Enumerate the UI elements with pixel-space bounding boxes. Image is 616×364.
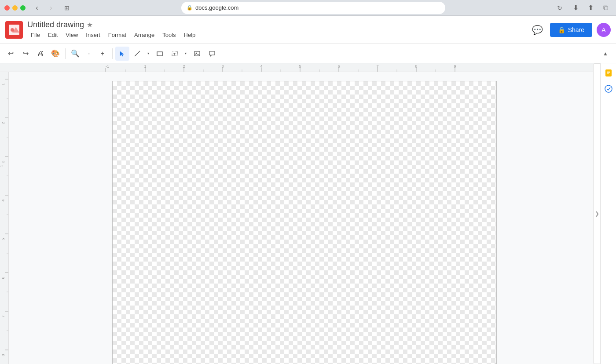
tasks-button[interactable] <box>602 83 615 95</box>
browser-nav: ‹ › <box>31 2 57 14</box>
text-tool[interactable]: T <box>168 47 182 61</box>
svg-text:8: 8 <box>415 64 417 69</box>
menu-help[interactable]: Help <box>180 30 199 40</box>
header-right: 💬 🔒 Share A <box>530 22 611 38</box>
line-tool[interactable] <box>130 47 144 61</box>
svg-text:6: 6 <box>1 277 5 279</box>
address-bar[interactable]: 🔒 docs.google.com <box>181 2 445 14</box>
close-window-button[interactable] <box>4 5 10 11</box>
toolbar: ↩ ↪ 🖨 🎨 🔍 - + ▾ T ▾ <box>0 44 616 63</box>
menu-edit[interactable]: Edit <box>44 30 61 40</box>
svg-rect-6 <box>157 52 162 56</box>
resize-icon <box>491 361 496 364</box>
menu-format[interactable]: Format <box>105 30 130 40</box>
comment-icon <box>209 50 216 57</box>
svg-text:2: 2 <box>183 64 185 69</box>
text-box-icon: T <box>171 50 178 57</box>
share-browser-icon[interactable]: ⬆ <box>584 2 597 14</box>
svg-text:2: 2 <box>1 122 5 124</box>
collapse-toolbar-button[interactable]: ▲ <box>598 47 612 61</box>
menu-arrange[interactable]: Arrange <box>131 30 158 40</box>
horizontal-ruler: -1 1 2 3 4 5 6 7 8 <box>0 63 600 72</box>
ruler-v-svg: 1 2 3 4 5 6 7 8 <box>0 72 9 364</box>
lock-icon: 🔒 <box>187 5 193 11</box>
svg-text:6: 6 <box>337 64 340 69</box>
resize-handle[interactable] <box>491 361 496 364</box>
canvas-container[interactable] <box>9 72 600 364</box>
image-icon <box>194 50 201 57</box>
svg-rect-69 <box>607 72 610 73</box>
svg-rect-70 <box>607 73 609 74</box>
app-title-area: Untitled drawing ★ File Edit View Insert… <box>27 20 530 40</box>
comment-tool[interactable] <box>205 47 219 61</box>
menu-file[interactable]: File <box>27 30 44 40</box>
shape-tool[interactable] <box>153 47 167 61</box>
menu-bar: File Edit View Insert Format Arrange Too… <box>27 30 530 40</box>
undo-button[interactable]: ↩ <box>4 47 18 61</box>
redo-button[interactable]: ↪ <box>18 47 33 61</box>
window-layout-button[interactable]: ⊞ <box>61 2 73 14</box>
separator-2 <box>112 48 113 59</box>
svg-text:3: 3 <box>221 64 224 69</box>
v-ruler-label: 1 <box>0 165 4 167</box>
app-header: Untitled drawing ★ File Edit View Insert… <box>0 16 616 44</box>
select-tool[interactable] <box>115 47 129 61</box>
zoom-level: - <box>82 51 95 57</box>
ruler-container: -1 1 2 3 4 5 6 7 8 <box>0 63 600 364</box>
svg-text:4: 4 <box>1 199 5 201</box>
vertical-ruler: 1 2 3 4 5 6 7 8 <box>0 72 9 364</box>
shape-icon <box>156 50 163 57</box>
reload-button[interactable]: ↻ <box>554 2 566 14</box>
main-area: -1 1 2 3 4 5 6 7 8 <box>0 63 616 364</box>
line-icon <box>134 50 141 57</box>
svg-text:7: 7 <box>376 64 378 69</box>
maximize-window-button[interactable] <box>20 5 26 11</box>
share-label: Share <box>568 26 584 33</box>
comments-button[interactable]: 💬 <box>530 22 546 38</box>
star-button[interactable]: ★ <box>87 21 93 29</box>
svg-text:7: 7 <box>1 315 5 317</box>
svg-text:8: 8 <box>1 354 5 356</box>
ruler-h-svg: -1 1 2 3 4 5 6 7 8 <box>0 63 600 72</box>
svg-text:9: 9 <box>454 64 456 69</box>
right-panel-expand-button[interactable]: ❯ <box>593 63 600 364</box>
menu-tools[interactable]: Tools <box>159 30 179 40</box>
svg-rect-68 <box>607 71 610 72</box>
zoom-group: 🔍 - + <box>68 47 110 61</box>
back-button[interactable]: ‹ <box>31 2 43 14</box>
forward-button[interactable]: › <box>45 2 57 14</box>
image-tool[interactable] <box>190 47 204 61</box>
svg-rect-41 <box>0 72 9 364</box>
zoom-out-button[interactable]: 🔍 <box>68 47 82 61</box>
browser-right-controls: ⬇ ⬆ ⧉ <box>569 2 612 14</box>
svg-line-5 <box>135 51 140 56</box>
right-sidebar <box>600 63 616 364</box>
keep-button[interactable] <box>602 67 615 79</box>
paint-format-button[interactable]: 🎨 <box>48 47 62 61</box>
line-tool-dropdown[interactable]: ▾ <box>145 47 152 61</box>
document-title[interactable]: Untitled drawing <box>27 20 84 29</box>
print-button[interactable]: 🖨 <box>33 47 48 61</box>
svg-text:3: 3 <box>1 160 5 163</box>
svg-marker-4 <box>120 51 124 56</box>
tasks-icon <box>604 84 613 93</box>
url-text: docs.google.com <box>195 4 238 11</box>
svg-point-71 <box>605 85 612 92</box>
menu-insert[interactable]: Insert <box>82 30 104 40</box>
cursor-icon <box>119 51 125 57</box>
svg-text:1: 1 <box>1 83 5 85</box>
minimize-window-button[interactable] <box>12 5 18 11</box>
separator-1 <box>65 48 66 59</box>
keep-icon <box>604 69 613 77</box>
download-icon[interactable]: ⬇ <box>569 2 582 14</box>
svg-text:-1: -1 <box>106 64 109 69</box>
split-view-icon[interactable]: ⧉ <box>599 2 612 14</box>
text-tool-dropdown[interactable]: ▾ <box>182 47 189 61</box>
share-button[interactable]: 🔒 Share <box>550 23 592 37</box>
zoom-in-button[interactable]: + <box>95 47 110 61</box>
svg-text:1: 1 <box>144 64 146 69</box>
user-avatar[interactable]: A <box>597 23 611 37</box>
drawing-canvas[interactable] <box>112 81 497 364</box>
canvas-area: 1 2 3 4 5 6 7 8 <box>0 72 600 364</box>
menu-view[interactable]: View <box>62 30 81 40</box>
